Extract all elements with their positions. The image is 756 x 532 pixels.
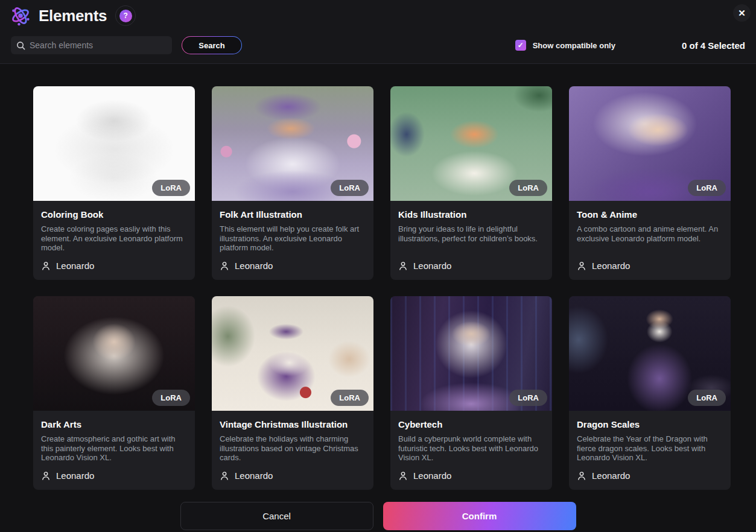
card-description: Create coloring pages easliy with this e…: [41, 224, 187, 253]
card-title: Folk Art Illustration: [220, 209, 366, 220]
header: Elements ? ✕ Search ✓ Show compat: [0, 0, 756, 64]
lora-badge: LoRA: [509, 390, 547, 406]
element-card-vintage-christmas-illustration[interactable]: LoRA Vintage Christmas Illustration Cele…: [212, 296, 373, 490]
element-card-toon-anime[interactable]: LoRA Toon & Anime A combo cartoon and an…: [569, 86, 731, 280]
card-title: Dragon Scales: [577, 419, 723, 429]
search-input[interactable]: [30, 40, 167, 50]
user-icon: [220, 261, 229, 271]
controls-row: Search ✓ Show compatible only 0 of 4 Sel…: [0, 36, 756, 54]
card-title: Toon & Anime: [577, 209, 723, 220]
selected-count: 0 of 4 Selected: [682, 40, 745, 51]
lora-badge: LoRA: [331, 180, 369, 196]
author-name: Leonardo: [413, 261, 451, 271]
card-description: This element will help you create folk a…: [220, 224, 366, 253]
lora-badge: LoRA: [688, 180, 726, 196]
lora-badge: LoRA: [152, 390, 190, 406]
card-title: Cybertech: [398, 419, 544, 429]
show-compatible-toggle[interactable]: ✓ Show compatible only: [515, 40, 615, 51]
author-name: Leonardo: [56, 470, 94, 481]
card-body: Vintage Christmas Illustration Celebrate…: [212, 411, 373, 490]
close-icon[interactable]: ✕: [733, 4, 751, 22]
card-author: Leonardo: [577, 470, 723, 481]
card-body: Dragon Scales Celebrate the Year of the …: [569, 411, 731, 490]
element-card-cybertech[interactable]: LoRA Cybertech Build a cyberpunk world c…: [390, 296, 552, 490]
card-image: LoRA: [212, 86, 373, 201]
check-icon: ✓: [518, 42, 524, 49]
card-description: Bring your ideas to life in delightful i…: [398, 224, 544, 243]
elements-dialog: Elements ? ✕ Search ✓ Show compat: [0, 0, 756, 532]
user-icon: [398, 471, 408, 481]
element-card-folk-art-illustration[interactable]: LoRA Folk Art Illustration This element …: [212, 86, 373, 280]
user-icon: [577, 471, 586, 481]
compatible-checkbox[interactable]: ✓: [515, 40, 526, 51]
card-title: Vintage Christmas Illustration: [220, 419, 366, 429]
search-icon: [16, 41, 25, 50]
card-title: Kids Illustration: [398, 209, 544, 220]
element-card-dragon-scales[interactable]: LoRA Dragon Scales Celebrate the Year of…: [569, 296, 731, 490]
user-icon: [41, 471, 51, 481]
page-title: Elements: [39, 7, 107, 25]
card-title: Dark Arts: [41, 419, 187, 429]
author-name: Leonardo: [413, 470, 451, 481]
card-body: Dark Arts Create atmospheric and gothic …: [33, 411, 195, 490]
card-body: Toon & Anime A combo cartoon and anime e…: [569, 201, 731, 280]
author-name: Leonardo: [56, 261, 94, 271]
lora-badge: LoRA: [331, 390, 369, 406]
card-body: Kids Illustration Bring your ideas to li…: [390, 201, 552, 280]
card-author: Leonardo: [398, 261, 544, 271]
author-name: Leonardo: [235, 470, 273, 481]
lora-badge: LoRA: [509, 180, 547, 196]
author-name: Leonardo: [592, 261, 630, 271]
cancel-button[interactable]: Cancel: [180, 502, 373, 530]
card-description: Build a cyberpunk world complete with fu…: [398, 434, 544, 463]
card-body: Folk Art Illustration This element will …: [212, 201, 373, 280]
search-button-border: Search: [182, 36, 242, 54]
search-box[interactable]: [11, 36, 172, 54]
card-author: Leonardo: [41, 261, 187, 271]
help-icon: ?: [119, 10, 132, 22]
card-description: A combo cartoon and anime element. An ex…: [577, 224, 723, 243]
title-row: Elements ? ✕: [0, 1, 756, 30]
help-button[interactable]: ?: [115, 5, 136, 26]
element-card-dark-arts[interactable]: LoRA Dark Arts Create atmospheric and go…: [33, 296, 195, 490]
author-name: Leonardo: [235, 261, 273, 271]
card-image: LoRA: [390, 296, 552, 411]
lora-badge: LoRA: [152, 180, 190, 196]
lora-badge: LoRA: [688, 390, 726, 406]
card-author: Leonardo: [41, 470, 187, 481]
card-image: LoRA: [33, 86, 195, 201]
card-author: Leonardo: [577, 261, 723, 271]
card-image: LoRA: [390, 86, 552, 201]
card-author: Leonardo: [398, 470, 544, 481]
card-description: Create atmospheric and gothic art with t…: [41, 434, 187, 463]
card-image: LoRA: [569, 296, 731, 411]
compatible-label: Show compatible only: [533, 41, 615, 50]
card-description: Celebrate the Year of the Dragon with fi…: [577, 434, 723, 463]
card-description: Celebrate the holidays with charming ill…: [220, 434, 366, 463]
elements-grid: LoRA Coloring Book Create coloring pages…: [33, 86, 756, 490]
user-icon: [41, 261, 51, 271]
card-image: LoRA: [212, 296, 373, 411]
leonardo-atom-logo: [8, 4, 33, 28]
user-icon: [220, 471, 229, 481]
element-card-coloring-book[interactable]: LoRA Coloring Book Create coloring pages…: [33, 86, 195, 280]
user-icon: [577, 261, 586, 271]
author-name: Leonardo: [592, 470, 630, 481]
card-title: Coloring Book: [41, 209, 187, 220]
dialog-footer: Cancel Confirm: [0, 502, 756, 530]
element-card-kids-illustration[interactable]: LoRA Kids Illustration Bring your ideas …: [390, 86, 552, 280]
card-author: Leonardo: [220, 470, 366, 481]
confirm-button[interactable]: Confirm: [383, 502, 576, 530]
card-body: Coloring Book Create coloring pages easl…: [33, 201, 195, 280]
search-button[interactable]: Search: [182, 37, 241, 54]
card-author: Leonardo: [220, 261, 366, 271]
card-image: LoRA: [33, 296, 195, 411]
card-body: Cybertech Build a cyberpunk world comple…: [390, 411, 552, 490]
card-image: LoRA: [569, 86, 731, 201]
user-icon: [398, 261, 408, 271]
